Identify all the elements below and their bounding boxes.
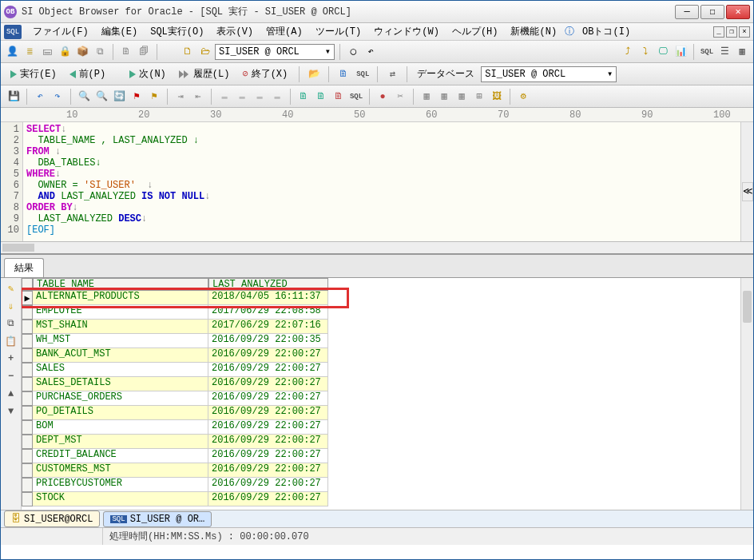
- block2-icon[interactable]: ▬: [234, 89, 250, 105]
- next-button[interactable]: 次(N): [125, 66, 171, 82]
- grid-vscroll[interactable]: [740, 278, 753, 510]
- sheet3-icon[interactable]: 🗎: [331, 89, 347, 105]
- doc2-icon[interactable]: 🗐: [136, 44, 152, 60]
- undo-refresh-icon[interactable]: ↶: [363, 44, 379, 60]
- menu-tool[interactable]: ツール(T): [309, 23, 368, 40]
- cell-table-name[interactable]: PRICEBYCUSTOMER: [33, 478, 208, 492]
- grid1-icon[interactable]: ▦: [419, 89, 435, 105]
- table-row[interactable]: DEPT_MST2016/09/29 22:00:27: [22, 435, 740, 449]
- import-icon[interactable]: ⤵: [637, 44, 653, 60]
- table-row[interactable]: ▶ALTERNATE_PRODUCTS2018/04/05 16:11:37: [22, 291, 740, 305]
- exit-button[interactable]: ⊘終了(X): [237, 66, 292, 82]
- block3-icon[interactable]: ▬: [252, 89, 268, 105]
- edit-icon[interactable]: ✎: [4, 281, 18, 296]
- commit-icon[interactable]: ⇓: [4, 299, 18, 313]
- table-row[interactable]: PURCHASE_ORDERS2016/09/29 22:00:27: [22, 391, 740, 406]
- mdi-minimize-button[interactable]: _: [713, 26, 724, 38]
- bookmark2-icon[interactable]: ⚑: [146, 89, 162, 105]
- cell-last-analyzed[interactable]: 2017/06/29 22:07:16: [208, 320, 328, 334]
- open-db-icon[interactable]: 🗁: [197, 44, 213, 60]
- connection-combo[interactable]: SI_USER @ ORCL ▾: [215, 44, 335, 60]
- mdi-close-button[interactable]: ×: [739, 26, 750, 38]
- table-row[interactable]: SALES_DETAILS2016/09/29 22:00:27: [22, 377, 740, 391]
- grid2-icon[interactable]: ▦: [436, 89, 452, 105]
- block1-icon[interactable]: ▬: [216, 89, 232, 105]
- cell-table-name[interactable]: DEPT_MST: [33, 435, 208, 449]
- cell-last-analyzed[interactable]: 2016/09/29 22:00:27: [208, 406, 328, 420]
- cell-table-name[interactable]: SALES: [33, 363, 208, 377]
- database-combo[interactable]: SI_USER @ ORCL ▾: [481, 66, 617, 82]
- table-row[interactable]: CUSTOMERS_MST2016/09/29 22:00:27: [22, 463, 740, 478]
- script-icon[interactable]: 🗎: [335, 66, 351, 82]
- close-button[interactable]: ✕: [726, 5, 750, 19]
- find-icon[interactable]: 🔍: [76, 89, 92, 105]
- cell-last-analyzed[interactable]: 2016/09/29 22:00:27: [208, 449, 328, 463]
- menu-manage[interactable]: 管理(A): [260, 23, 309, 40]
- menu-window[interactable]: ウィンドウ(W): [367, 23, 446, 40]
- cell-last-analyzed[interactable]: 2016/09/29 22:00:27: [208, 363, 328, 377]
- block4-icon[interactable]: ▬: [269, 89, 285, 105]
- paste-rows-icon[interactable]: 📋: [4, 334, 18, 348]
- export-icon[interactable]: ⤴: [620, 44, 636, 60]
- copy-rows-icon[interactable]: ⧉: [4, 316, 18, 331]
- menu-file[interactable]: ファイル(F): [26, 23, 95, 40]
- user-icon[interactable]: 👤: [4, 44, 20, 60]
- cell-last-analyzed[interactable]: 2016/09/29 22:00:27: [208, 435, 328, 449]
- cell-last-analyzed[interactable]: 2016/09/29 22:00:27: [208, 478, 328, 492]
- sql-tool-icon[interactable]: SQL: [699, 44, 715, 60]
- add-row-icon[interactable]: +: [4, 351, 18, 366]
- chart-icon[interactable]: 📊: [673, 44, 689, 60]
- package-icon[interactable]: 📦: [74, 44, 90, 60]
- monitor-icon[interactable]: 🖵: [655, 44, 671, 60]
- grid3-icon[interactable]: ▦: [454, 89, 470, 105]
- prev-button[interactable]: 前(P): [65, 66, 111, 82]
- gear-icon[interactable]: ⚙: [515, 89, 531, 105]
- refresh-icon[interactable]: ◯: [345, 44, 361, 60]
- table-row[interactable]: EMPLOYEE2017/06/29 22:08:58: [22, 305, 740, 320]
- cell-table-name[interactable]: BOM: [33, 420, 208, 435]
- cell-last-analyzed[interactable]: 2016/09/29 22:00:27: [208, 463, 328, 478]
- table-row[interactable]: MST_SHAIN2017/06/29 22:07:16: [22, 320, 740, 334]
- cell-table-name[interactable]: MST_SHAIN: [33, 320, 208, 334]
- col-table-name[interactable]: TABLE_NAME: [33, 278, 208, 291]
- cell-table-name[interactable]: WH_MST: [33, 334, 208, 348]
- maximize-button[interactable]: ☐: [700, 5, 724, 19]
- cell-last-analyzed[interactable]: 2016/09/29 22:00:27: [208, 377, 328, 391]
- remove-row-icon[interactable]: −: [4, 369, 18, 383]
- cell-table-name[interactable]: SALES_DETAILS: [33, 377, 208, 391]
- indent-icon[interactable]: ⇥: [173, 89, 188, 105]
- outdent-icon[interactable]: ⇤: [190, 89, 206, 105]
- table-row[interactable]: PRICEBYCUSTOMER2016/09/29 22:00:27: [22, 478, 740, 492]
- copy-icon[interactable]: ⧉: [92, 44, 108, 60]
- cell-last-analyzed[interactable]: 2016/09/29 22:00:27: [208, 420, 328, 435]
- db-icon[interactable]: ≣: [22, 44, 38, 60]
- cell-table-name[interactable]: EMPLOYEE: [33, 305, 208, 320]
- bookmark-icon[interactable]: ⚑: [129, 89, 145, 105]
- replace-icon[interactable]: 🔄: [111, 89, 127, 105]
- first-row-icon[interactable]: ▲: [4, 387, 18, 401]
- cell-table-name[interactable]: CUSTOMERS_MST: [33, 463, 208, 478]
- tree-icon[interactable]: ⇄: [384, 66, 400, 82]
- menu-edit[interactable]: 編集(E): [95, 23, 145, 40]
- run-button[interactable]: 実行(E): [6, 66, 62, 82]
- sheet1-icon[interactable]: 🗎: [296, 89, 312, 105]
- find-next-icon[interactable]: 🔍: [93, 89, 109, 105]
- tab-result[interactable]: 結果: [4, 258, 44, 277]
- redo-icon[interactable]: ↷: [50, 89, 65, 105]
- record-icon[interactable]: ●: [375, 89, 391, 105]
- sheet2-icon[interactable]: 🗎: [313, 89, 329, 105]
- history-button[interactable]: 履歴(L): [174, 66, 235, 82]
- cell-last-analyzed[interactable]: 2016/09/29 22:00:27: [208, 492, 328, 506]
- table-icon[interactable]: ⊞: [471, 89, 487, 105]
- table-row[interactable]: STOCK2016/09/29 22:00:27: [22, 492, 740, 506]
- menu-new[interactable]: 新機能(N): [504, 23, 563, 40]
- cell-table-name[interactable]: ALTERNATE_PRODUCTS: [33, 291, 208, 305]
- collapse-chevron-icon[interactable]: ≪: [742, 182, 753, 201]
- minimize-button[interactable]: ─: [675, 5, 699, 19]
- table-row[interactable]: BANK_ACUT_MST2016/09/29 22:00:27: [22, 348, 740, 363]
- cell-last-analyzed[interactable]: 2016/09/29 22:00:27: [208, 348, 328, 363]
- sql-window-tab[interactable]: SQL SI_USER @ OR…: [103, 511, 212, 527]
- doc-icon[interactable]: 🗎: [118, 44, 134, 60]
- cut-icon[interactable]: ✂: [392, 89, 408, 105]
- sql-script-icon[interactable]: SQL: [355, 66, 371, 82]
